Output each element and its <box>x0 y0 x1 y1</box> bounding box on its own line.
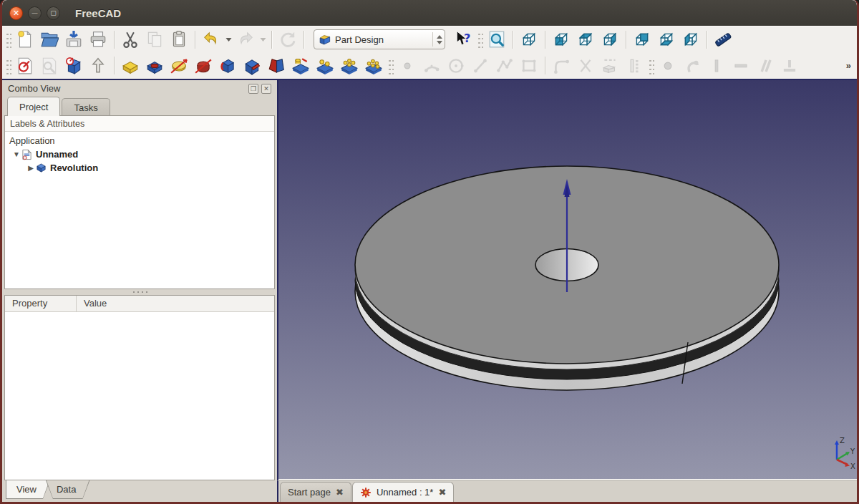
revolution-button[interactable] <box>167 54 191 77</box>
pocket-button[interactable] <box>142 54 167 77</box>
tree-item-document[interactable]: ▼ Unnamed <box>5 147 274 161</box>
multi-transform-button[interactable] <box>361 54 386 77</box>
print-icon <box>89 30 107 49</box>
view-right-button[interactable] <box>598 28 622 52</box>
toolbar-separator <box>545 57 545 74</box>
tab-unnamed-document[interactable]: Unnamed : 1* ✖ <box>352 482 454 502</box>
draft-icon <box>267 57 286 75</box>
tree-item-application[interactable]: Application <box>5 134 274 147</box>
undo-button[interactable] <box>199 28 223 52</box>
view-axonometric-button[interactable] <box>517 28 541 52</box>
chamfer-button[interactable] <box>240 54 264 77</box>
toolbar-separator <box>114 57 115 74</box>
cube-top-icon <box>576 30 595 49</box>
view-left-button[interactable] <box>679 28 703 52</box>
constrain-vertical-button <box>704 54 729 77</box>
multi-transform-icon <box>364 57 383 75</box>
mirrored-icon <box>291 57 310 75</box>
leave-sketch-button[interactable] <box>86 54 110 77</box>
tab-data[interactable]: Data <box>47 480 89 498</box>
column-header-value[interactable]: Value <box>77 296 274 311</box>
tab-start-page[interactable]: Start page ✖ <box>280 482 351 502</box>
pad-button[interactable] <box>118 54 142 77</box>
draft-button[interactable] <box>264 54 288 77</box>
geo-external-icon <box>601 57 619 75</box>
combo-view-panel: Combo View ❐ ✕ Project Tasks Labels & At… <box>2 80 277 502</box>
measure-distance-button[interactable] <box>711 28 735 52</box>
toolbar-grip[interactable] <box>5 57 11 74</box>
expanded-arrow-icon[interactable]: ▼ <box>12 150 21 158</box>
workbench-selector[interactable]: Part Design <box>314 29 445 49</box>
toolbar-grip[interactable] <box>648 57 654 74</box>
tab-project[interactable]: Project <box>7 97 60 116</box>
toolbar-grip[interactable] <box>387 57 394 74</box>
geo-fillet-icon <box>552 57 571 75</box>
geo-rect-icon <box>520 57 538 75</box>
polar-pattern-button[interactable] <box>337 54 361 77</box>
window-close-button[interactable]: ✕ <box>9 6 23 20</box>
toolbar-separator <box>271 31 272 49</box>
tree-label: Revolution <box>50 163 98 173</box>
print-button[interactable] <box>86 28 110 52</box>
axis-x-label: X <box>850 462 855 470</box>
create-sketch-button[interactable] <box>13 54 37 77</box>
toolbar-grip[interactable] <box>477 31 483 48</box>
close-icon: ✕ <box>263 85 269 92</box>
workbench-spinner[interactable] <box>432 32 442 47</box>
window-maximize-button[interactable]: ▢ <box>47 6 60 20</box>
window-minimize-button[interactable]: — <box>28 6 42 20</box>
whats-this-button[interactable]: ? <box>451 28 475 52</box>
dock-close-button[interactable]: ✕ <box>261 84 271 94</box>
view-front-button[interactable] <box>549 28 573 52</box>
dock-float-button[interactable]: ❐ <box>248 84 258 94</box>
property-editor: Property Value <box>4 295 275 480</box>
sketch-leave-icon <box>89 57 107 75</box>
toolbar-overflow-button[interactable]: » <box>843 60 854 71</box>
sketch-edit-icon <box>40 57 59 75</box>
linear-pattern-button[interactable] <box>313 54 337 77</box>
close-tab-icon[interactable]: ✖ <box>438 487 446 498</box>
paste-icon <box>170 30 188 49</box>
cube-axo-icon <box>520 30 538 49</box>
toolbar-grip[interactable] <box>5 31 11 48</box>
con-pointon-icon <box>683 57 702 75</box>
construction-mode-button <box>622 54 646 77</box>
view-bottom-button[interactable] <box>654 28 679 52</box>
sketch-polyline-button <box>492 54 517 77</box>
cut-button[interactable] <box>118 28 142 52</box>
external-geometry-button <box>598 54 622 77</box>
fillet-button[interactable] <box>215 54 240 77</box>
tree-item-revolution[interactable]: ▶ Revolution <box>5 161 274 175</box>
tab-tasks[interactable]: Tasks <box>62 98 110 116</box>
groove-icon <box>194 57 213 75</box>
close-tab-icon[interactable]: ✖ <box>336 487 344 498</box>
redo-dropdown-arrow <box>258 28 268 52</box>
open-document-button[interactable] <box>37 28 62 52</box>
geo-arc-icon <box>422 57 441 75</box>
toolbar-separator <box>114 31 115 49</box>
sketch-line-button <box>468 54 492 77</box>
document-icon <box>21 149 33 160</box>
axis-y-label: Y <box>850 447 855 455</box>
panel-splitter[interactable] <box>4 289 275 295</box>
paste-button[interactable] <box>167 28 191 52</box>
constrain-horizontal-button <box>729 54 753 77</box>
collapsed-arrow-icon[interactable]: ▶ <box>26 164 35 172</box>
view-top-button[interactable] <box>573 28 598 52</box>
constrain-coincident-button <box>656 54 680 77</box>
save-document-button[interactable] <box>62 28 86 52</box>
map-sketch-to-face-button[interactable] <box>62 54 86 77</box>
con-coincident-icon <box>659 57 677 75</box>
mirrored-button[interactable] <box>288 54 313 77</box>
fit-all-button[interactable] <box>485 28 509 52</box>
groove-button[interactable] <box>191 54 215 77</box>
column-header-property[interactable]: Property <box>5 296 77 311</box>
cube-rear-icon <box>633 30 651 49</box>
revolution-feature-icon <box>35 163 47 174</box>
tab-view[interactable]: View <box>6 480 49 498</box>
undo-dropdown-arrow[interactable] <box>223 28 233 52</box>
new-document-button[interactable] <box>13 28 37 52</box>
viewport-3d[interactable]: Z Y X <box>277 80 857 480</box>
view-rear-button[interactable] <box>630 28 654 52</box>
tab-label: Unnamed : 1* <box>377 487 434 498</box>
